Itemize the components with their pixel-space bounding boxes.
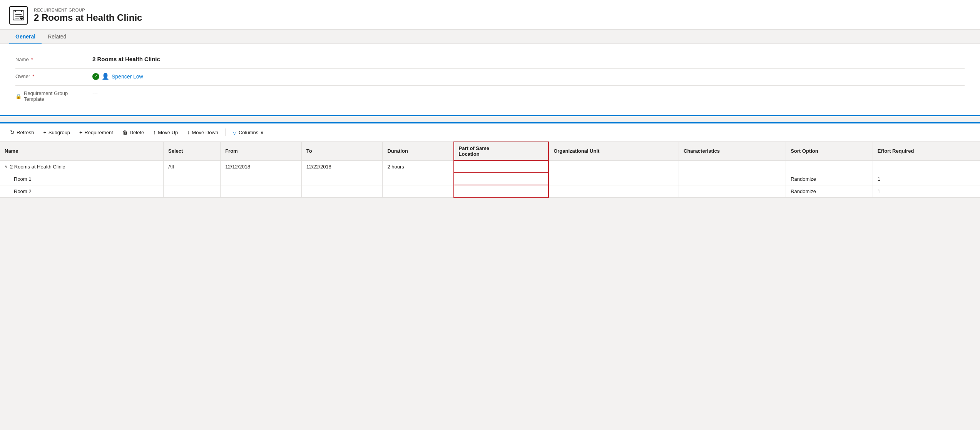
row-effort-required-cell (873, 160, 980, 173)
move-up-button[interactable]: ↑ Move Up (149, 127, 182, 137)
owner-label: Owner * (15, 73, 92, 79)
delete-icon: 🗑 (122, 129, 128, 135)
row-child-name: Room 2 (14, 188, 32, 194)
move-up-icon: ↑ (153, 129, 156, 135)
row-sort-option-cell: Randomize (786, 173, 873, 185)
row-effort-required-cell: 1 (873, 173, 980, 185)
refresh-label: Refresh (17, 130, 34, 135)
col-header-duration: Duration (383, 142, 454, 160)
row-org-unit-cell (549, 173, 679, 185)
table-row[interactable]: ∨ 2 Rooms at Health Clinic All 12/12/201… (0, 160, 980, 173)
template-value[interactable]: --- (92, 90, 965, 96)
name-value[interactable]: 2 Rooms at Health Clinic (92, 56, 965, 62)
table-row[interactable]: Room 1 Randomize 1 (0, 173, 980, 185)
lock-icon: 🔒 (15, 93, 22, 99)
row-sort-option-cell (786, 160, 873, 173)
delete-label: Delete (130, 130, 144, 135)
svg-rect-2 (21, 10, 22, 12)
refresh-icon: ↻ (10, 129, 15, 135)
page-header: REQUIREMENT GROUP 2 Rooms at Health Clin… (0, 0, 980, 30)
columns-button[interactable]: ▽ Columns ∨ (229, 127, 268, 137)
required-star-name: * (31, 57, 33, 62)
template-label: 🔒 Requirement GroupTemplate (15, 90, 92, 102)
header-icon (9, 6, 28, 25)
col-header-part-of-same: Part of SameLocation (454, 142, 549, 160)
col-header-select: Select (164, 142, 221, 160)
col-header-name: Name (0, 142, 164, 160)
requirement-icon: + (79, 129, 82, 135)
move-down-icon: ↓ (187, 129, 190, 135)
chevron-down-icon: ∨ (5, 164, 8, 169)
owner-name[interactable]: Spencer Low (112, 73, 143, 80)
tab-related[interactable]: Related (42, 30, 72, 44)
filter-icon: ▽ (232, 129, 237, 135)
row-part-of-same-cell (454, 185, 549, 197)
row-to-cell (301, 173, 383, 185)
subgroup-icon: + (43, 129, 47, 135)
tabs-bar: General Related (0, 30, 980, 44)
col-header-org-unit: Organizational Unit (549, 142, 679, 160)
row-from-cell (221, 173, 302, 185)
columns-label: Columns (239, 130, 258, 135)
row-org-unit-cell (549, 160, 679, 173)
move-down-label: Move Down (192, 130, 218, 135)
row-part-of-same-cell (454, 160, 549, 173)
table-header-row: Name Select From To Duration Part of Sam… (0, 142, 980, 160)
col-header-characteristics: Characteristics (679, 142, 786, 160)
page-title: 2 Rooms at Health Clinic (34, 12, 142, 23)
row-characteristics-cell (679, 185, 786, 197)
row-sort-option-cell: Randomize (786, 185, 873, 197)
form-row-template: 🔒 Requirement GroupTemplate --- (15, 86, 965, 106)
row-from-cell: 12/12/2018 (221, 160, 302, 173)
col-header-from: From (221, 142, 302, 160)
form-row-name: Name * 2 Rooms at Health Clinic (15, 52, 965, 69)
row-name-cell: Room 2 (0, 185, 164, 197)
delete-button[interactable]: 🗑 Delete (119, 127, 148, 137)
subgroup-button[interactable]: + Subgroup (40, 127, 74, 137)
requirement-button[interactable]: + Requirement (75, 127, 117, 137)
row-group-name: 2 Rooms at Health Clinic (10, 164, 65, 170)
grid-toolbar: ↻ Refresh + Subgroup + Requirement 🗑 Del… (0, 123, 980, 142)
svg-rect-1 (15, 10, 16, 12)
row-name-cell: ∨ 2 Rooms at Health Clinic (0, 160, 164, 173)
toolbar-separator (225, 128, 226, 136)
row-to-cell (301, 185, 383, 197)
row-effort-required-cell: 1 (873, 185, 980, 197)
owner-value[interactable]: ✓ 👤 Spencer Low (92, 73, 965, 80)
row-part-of-same-cell (454, 173, 549, 185)
row-select-cell (164, 185, 221, 197)
tab-general[interactable]: General (9, 30, 42, 44)
refresh-button[interactable]: ↻ Refresh (6, 127, 38, 137)
form-section: Name * 2 Rooms at Health Clinic Owner * … (0, 44, 980, 116)
table-row[interactable]: Room 2 Randomize 1 (0, 185, 980, 197)
required-star-owner: * (32, 73, 34, 79)
row-duration-cell: 2 hours (383, 160, 454, 173)
row-select-cell (164, 173, 221, 185)
page-subtitle: REQUIREMENT GROUP (34, 8, 142, 12)
columns-chevron-icon: ∨ (260, 130, 264, 135)
row-characteristics-cell (679, 160, 786, 173)
move-down-button[interactable]: ↓ Move Down (183, 127, 222, 137)
row-select-cell: All (164, 160, 221, 173)
col-header-sort-option: Sort Option (786, 142, 873, 160)
col-header-to: To (301, 142, 383, 160)
requirements-table: Name Select From To Duration Part of Sam… (0, 142, 980, 198)
row-org-unit-cell (549, 185, 679, 197)
subgroup-label: Subgroup (48, 130, 70, 135)
header-text: REQUIREMENT GROUP 2 Rooms at Health Clin… (34, 8, 142, 23)
owner-person-icon: 👤 (102, 73, 109, 80)
col-header-effort-required: Effort Required (873, 142, 980, 160)
row-to-cell: 12/22/2018 (301, 160, 383, 173)
move-up-label: Move Up (158, 130, 178, 135)
row-child-name: Room 1 (14, 176, 32, 182)
name-label: Name * (15, 56, 92, 62)
table-container: Name Select From To Duration Part of Sam… (0, 142, 980, 198)
row-duration-cell (383, 185, 454, 197)
row-characteristics-cell (679, 173, 786, 185)
row-name-cell: Room 1 (0, 173, 164, 185)
row-duration-cell (383, 173, 454, 185)
requirement-label: Requirement (84, 130, 113, 135)
form-row-owner: Owner * ✓ 👤 Spencer Low (15, 69, 965, 86)
row-from-cell (221, 185, 302, 197)
owner-check-icon: ✓ (92, 73, 99, 80)
